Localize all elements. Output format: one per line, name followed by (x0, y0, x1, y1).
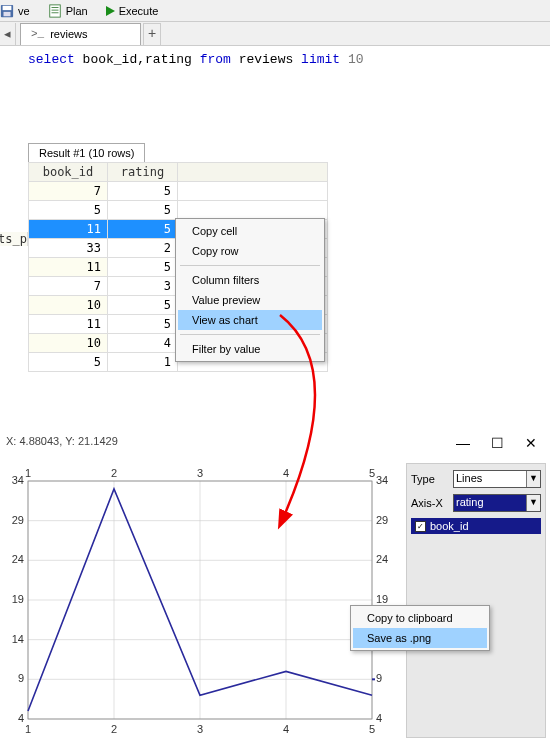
cell-book_id[interactable]: 11 (29, 220, 108, 239)
cell-book_id[interactable]: 11 (29, 315, 108, 334)
kw-limit: limit (301, 52, 340, 67)
window-minimize-button[interactable]: — (452, 435, 474, 451)
main-toolbar: ve Plan Execute (0, 0, 550, 22)
chart-context-menu: Copy to clipboard Save as .png (350, 605, 490, 651)
svg-rect-1 (3, 5, 12, 9)
svg-text:9: 9 (18, 672, 24, 684)
svg-text:4: 4 (18, 712, 24, 724)
chart-area: X: 4.88043, Y: 21.1429 12345449914141919… (0, 435, 550, 745)
cell-rating[interactable]: 5 (107, 315, 177, 334)
play-icon (106, 6, 115, 16)
menu-filter-by-value[interactable]: Filter by value (178, 339, 322, 359)
save-label: ve (18, 5, 30, 17)
plan-button[interactable]: Plan (48, 4, 88, 18)
svg-text:24: 24 (376, 553, 388, 565)
svg-text:5: 5 (369, 723, 375, 735)
window-controls: — ☐ ✕ (452, 435, 542, 451)
config-series-book_id[interactable]: ✓ book_id (411, 518, 541, 534)
svg-text:9: 9 (376, 672, 382, 684)
save-icon (0, 4, 14, 18)
cell-rating[interactable]: 5 (107, 258, 177, 277)
table-row[interactable]: 55 (29, 201, 328, 220)
menu-copy-clipboard[interactable]: Copy to clipboard (353, 608, 487, 628)
menu-column-filters[interactable]: Column filters (178, 270, 322, 290)
chart-config-pane: Type Lines▼ Axis-X rating▼ ✓ book_id (406, 463, 546, 738)
svg-text:19: 19 (12, 593, 24, 605)
svg-text:19: 19 (376, 593, 388, 605)
cell-rating[interactable]: 5 (107, 201, 177, 220)
series-label: book_id (430, 520, 469, 532)
svg-text:5: 5 (369, 467, 375, 479)
tab-reviews[interactable]: >_ reviews (20, 23, 141, 45)
sql-editor[interactable]: select book_id,rating from reviews limit… (0, 46, 550, 73)
editor-cols: book_id,rating (75, 52, 200, 67)
line-chart[interactable]: 1234544991414191924242929343412345 (0, 463, 400, 743)
svg-text:2: 2 (111, 467, 117, 479)
window-close-button[interactable]: ✕ (520, 435, 542, 451)
cell-book_id[interactable]: 10 (29, 334, 108, 353)
tab-close-area[interactable]: ◂ (0, 23, 16, 45)
result-tab-1[interactable]: Result #1 (10 rows) (28, 143, 145, 162)
menu-value-preview[interactable]: Value preview (178, 290, 322, 310)
dropdown-arrow-icon: ▼ (526, 495, 540, 511)
editor-limit: 10 (340, 52, 363, 67)
svg-text:24: 24 (12, 553, 24, 565)
cell-rating[interactable]: 2 (107, 239, 177, 258)
menu-view-as-chart[interactable]: View as chart (178, 310, 322, 330)
cell-rating[interactable]: 5 (107, 220, 177, 239)
cell-rating[interactable]: 4 (107, 334, 177, 353)
cell-book_id[interactable]: 11 (29, 258, 108, 277)
menu-save-png[interactable]: Save as .png (353, 628, 487, 648)
cell-book_id[interactable]: 7 (29, 182, 108, 201)
svg-text:3: 3 (197, 723, 203, 735)
table-row[interactable]: 75 (29, 182, 328, 201)
checkbox-icon[interactable]: ✓ (415, 521, 426, 532)
cell-rating[interactable]: 3 (107, 277, 177, 296)
add-tab-button[interactable]: + (143, 23, 161, 45)
cell-book_id[interactable]: 10 (29, 296, 108, 315)
svg-text:4: 4 (283, 723, 289, 735)
config-type-select[interactable]: Lines▼ (453, 470, 541, 488)
sidebar-fragment: ts_p (0, 232, 28, 246)
menu-separator (180, 265, 320, 266)
cell-rating[interactable]: 1 (107, 353, 177, 372)
svg-rect-2 (4, 11, 11, 15)
cell-book_id[interactable]: 5 (29, 353, 108, 372)
coord-x-value: 4.88043 (19, 435, 59, 447)
plan-label: Plan (66, 5, 88, 17)
cell-book_id[interactable]: 5 (29, 201, 108, 220)
coord-x-label: X: (6, 435, 19, 447)
svg-text:3: 3 (197, 467, 203, 479)
menu-copy-row[interactable]: Copy row (178, 241, 322, 261)
cell-rating[interactable]: 5 (107, 182, 177, 201)
cell-blank (178, 182, 328, 201)
type-value: Lines (456, 472, 482, 484)
plan-icon (48, 4, 62, 18)
cell-book_id[interactable]: 33 (29, 239, 108, 258)
kw-from: from (200, 52, 231, 67)
execute-label: Execute (119, 5, 159, 17)
svg-text:29: 29 (376, 514, 388, 526)
col-header-rating[interactable]: rating (107, 163, 177, 182)
save-button[interactable]: ve (0, 4, 30, 18)
menu-copy-cell[interactable]: Copy cell (178, 221, 322, 241)
config-axisx-select[interactable]: rating▼ (453, 494, 541, 512)
col-header-book_id[interactable]: book_id (29, 163, 108, 182)
axisx-value: rating (456, 496, 484, 508)
dropdown-arrow-icon: ▼ (526, 471, 540, 487)
execute-button[interactable]: Execute (106, 5, 159, 17)
console-icon: >_ (31, 28, 44, 40)
svg-rect-3 (49, 4, 60, 16)
chart-coord-readout: X: 4.88043, Y: 21.1429 (6, 435, 118, 447)
result-tabs: Result #1 (10 rows) (0, 143, 550, 162)
svg-text:29: 29 (12, 514, 24, 526)
grid-context-menu: Copy cell Copy row Column filters Value … (175, 218, 325, 362)
coord-sep: , Y: (59, 435, 78, 447)
svg-text:14: 14 (12, 633, 24, 645)
col-header-blank (178, 163, 328, 182)
cell-book_id[interactable]: 7 (29, 277, 108, 296)
svg-text:34: 34 (376, 474, 388, 486)
cell-rating[interactable]: 5 (107, 296, 177, 315)
window-maximize-button[interactable]: ☐ (486, 435, 508, 451)
menu-separator (180, 334, 320, 335)
